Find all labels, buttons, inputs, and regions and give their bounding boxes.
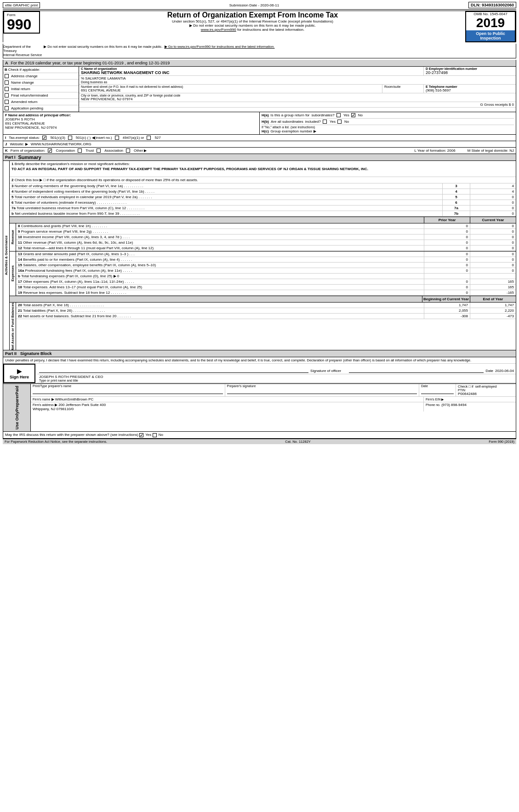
line21-beginning: 2,055 [424,308,470,314]
line1-row: 1 Briefly describe the organization's mi… [10,161,516,177]
cat-label: Cat. No. 11282Y [285,440,310,444]
section-a-text: For the 2019 calendar year, or tax year … [11,61,170,65]
527-checkbox[interactable] [147,136,151,140]
line7a-val-label: 7a [442,206,470,211]
line16a-prior: 0 [424,268,470,274]
ha-no-label: No [358,113,363,117]
sig-date-line [349,365,484,373]
association-checkbox[interactable] [97,149,101,153]
name-change-checkbox[interactable] [5,80,9,85]
irs-yes-label: Yes [145,433,151,437]
revenue-rows: 8 Contributions and grants (Part VIII, l… [16,223,516,251]
form-title: Return of Organization Exempt From Incom… [42,11,463,19]
hb-row: H(b) Are all subordinates included? Yes … [262,119,514,125]
line6-num: 6 [11,200,13,205]
page: efile GRAPHIC print Submission Date - 20… [0,0,519,446]
line3-num: 3 [11,184,13,188]
g-label: G [480,103,483,107]
check-row-inner: Check □ if self-employed [458,384,514,389]
open-to-public: Open to PublicInspection [466,30,515,41]
part2-section: Part II Signature Block Under penalties … [3,350,516,384]
corporation-label: Corporation [56,149,75,153]
ptin-value: P00642486 [458,392,514,396]
print-preparer-cell: Print/Type preparer's name [31,384,225,396]
firms-addr-label: Firm's address [33,403,54,406]
trust-checkbox[interactable] [78,149,82,153]
line19-row: 19 Revenue less expenses. Subtract line … [16,290,516,296]
prep-date-cell: Date [419,384,456,396]
name-change-label: Name change [11,80,34,85]
line14-row: 14 Benefits paid to or for members (Part… [16,257,516,263]
gross-label: Gross receipts $ [484,103,511,107]
initial-return-checkbox[interactable] [5,87,9,91]
line18-prior: 0 [424,285,470,290]
501c-checkbox[interactable] [68,136,72,140]
line1-label: Briefly describe the organization's miss… [15,162,130,166]
line2-num: 2 [11,178,13,182]
line1-num: 1 [11,162,13,166]
line12-desc: 12 Total revenue—add lines 8 through 11 … [16,246,424,251]
year-formed: L Year of formation: 2006 [415,149,456,153]
paid-label: Paid [15,386,19,395]
part2-title: Signature Block [20,351,52,356]
501c3-checkbox[interactable]: ✓ [42,136,46,140]
part1-label: Part I [5,155,16,160]
section-b: B Check if applicable: Address change Na… [3,67,79,112]
ha-no-checkbox[interactable]: ✓ [351,113,355,117]
line7b-label: Net unrelated business taxable income fr… [15,212,140,216]
other-checkbox[interactable] [126,149,130,153]
officer-name: JOSEPH S ROTH [5,117,257,121]
address-change-checkbox[interactable] [5,74,9,78]
hb-yes-checkbox[interactable] [323,120,327,124]
501c-label: 501(c) ( ) ◀(insert no.) [76,136,112,140]
hb-no-label: No [344,120,349,124]
line6-desc: 6 Total number of volunteers (estimate i… [10,200,442,206]
firms-city-zip: Whippany, NJ 0798110/0 [33,407,422,411]
part1-body: Activities & Governance 1 Briefly descri… [3,161,516,351]
application-pending-checkbox[interactable] [5,106,9,110]
street-value: 691 CENTRAL AVENUE [81,88,380,92]
doing-business-as: Doing business as [81,80,514,84]
line19-prior: 0 [424,290,470,296]
sig-date-label: Date [485,369,493,373]
line3-curr: 4 [470,183,516,189]
revenue-rotated-label: Revenue [11,230,15,244]
amended-return-label: Amended return [11,100,37,104]
section-h: H(a) Is this a group return for subordin… [260,112,516,134]
line21-end: 2,220 [470,308,516,314]
irs-no-checkbox[interactable] [153,433,157,437]
final-return-checkbox[interactable] [5,93,9,97]
line12-curr: 0 [470,246,516,251]
officer-name-title: JOSEPH S ROTH PRESIDENT & CEO [39,375,514,379]
state-domicile: M State of legal domicile: NJ [468,149,514,153]
irs-yes-checkbox[interactable]: ✓ [139,433,143,437]
city-row: City or town, state or province, country… [79,93,516,102]
line7b-val-label: 7b [442,211,470,217]
line20-desc: 20 Total assets (Part X, line 16) . . . … [16,303,424,308]
ein-value: 20-2737498 [426,70,514,75]
line17-row: 17 Other expenses (Part IX, column (A), … [16,279,516,285]
part2-label: Part II [5,351,17,356]
line8-prior: 0 [424,223,470,229]
corporation-checkbox[interactable]: ✓ [48,149,52,153]
officer-name-title-row: JOSEPH S ROTH PRESIDENT & CEO Type or pr… [37,374,516,383]
4947-checkbox[interactable] [115,136,119,140]
section-a-label: A [5,61,8,65]
subtitle3: www.irs.gov/Form990 for instructions and… [42,28,463,32]
paperwork-label: For Paperwork Reduction Act Notice, see … [5,440,107,444]
line16b-empty2 [470,274,516,279]
line10-row: 10 Investment income (Part VIII, column … [16,234,516,240]
line19-desc: 19 Revenue less expenses. Subtract line … [16,290,424,296]
line15-row: 15 Salaries, other compensation, employe… [16,263,516,268]
signature-row: ▶ Sign Here Signature of officer Date 20… [3,364,516,383]
line22-beginning: -308 [424,314,470,319]
amended-return-checkbox[interactable] [5,100,9,104]
hb-no-checkbox[interactable] [337,120,342,124]
form-footer-label: Form 990 (2019) [489,440,514,444]
line3-val-label: 3 [442,183,470,189]
ha-yes-checkbox[interactable] [336,113,341,117]
street-label: Number and street (or P.O. box if mail i… [81,85,380,88]
j-label: J [5,142,7,146]
d-label: D Employer identification number [426,67,514,70]
line7a-desc: 7a Total unrelated business revenue from… [10,206,442,211]
